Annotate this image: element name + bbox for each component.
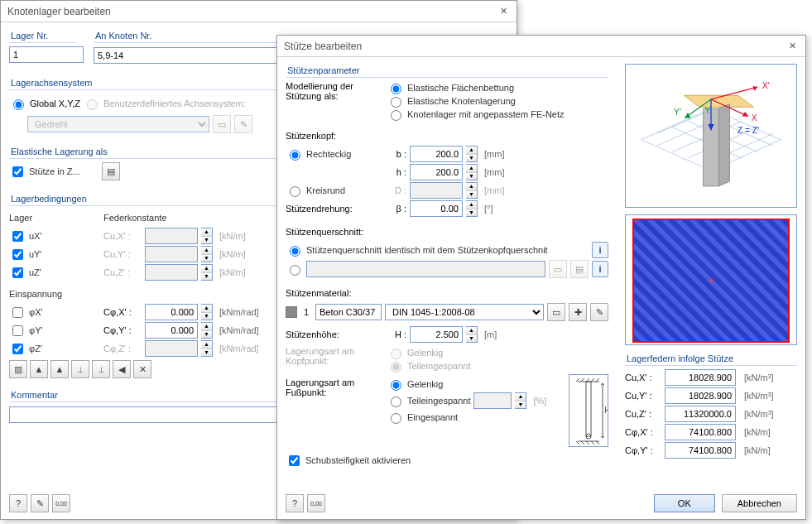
svg-line-5 bbox=[596, 378, 599, 382]
preview-3d: X' X Y' Z = Z' Y bbox=[625, 64, 797, 208]
svg-text:Y': Y' bbox=[674, 108, 681, 117]
check-ux[interactable]: uX' bbox=[9, 228, 100, 244]
support-type-3-icon[interactable]: ▲ bbox=[50, 360, 69, 378]
titlebar[interactable]: Knotenlager bearbeiten ✕ bbox=[1, 1, 517, 22]
label-h: h : bbox=[387, 167, 406, 177]
radio-rechteckig[interactable]: Rechteckig bbox=[286, 147, 383, 161]
label-cphiz: Cφ,Z' : bbox=[103, 344, 142, 353]
section-lager-nr: Lager Nr. bbox=[9, 29, 77, 43]
h-input[interactable] bbox=[410, 164, 463, 180]
cphiy-input[interactable] bbox=[145, 322, 198, 339]
support-type-6-icon[interactable]: ◀ bbox=[113, 360, 131, 378]
mat-edit-icon[interactable]: ✎ bbox=[590, 303, 608, 321]
info-icon-2[interactable]: i bbox=[592, 261, 608, 277]
radio-q-identisch[interactable]: Stützenquerschnitt identisch mit dem Stü… bbox=[286, 243, 548, 257]
H-input[interactable] bbox=[410, 326, 463, 343]
cphix-input[interactable] bbox=[145, 304, 198, 320]
support-type-4-icon[interactable]: ⟂ bbox=[71, 360, 89, 378]
svg-text:Z = Z': Z = Z' bbox=[738, 126, 759, 135]
support-type-5-icon[interactable]: ⟂ bbox=[92, 360, 110, 378]
radio-kopf-gelenkig: Gelenkig bbox=[387, 346, 470, 359]
sp-cuy-value bbox=[665, 387, 736, 404]
section-stuetzenparameter: Stützenparameter bbox=[286, 64, 608, 78]
cuy-input bbox=[145, 246, 198, 262]
lager-nr-input[interactable] bbox=[9, 46, 84, 63]
userdef-browse-icon: ▭ bbox=[213, 115, 231, 133]
check-uy[interactable]: uY' bbox=[9, 247, 100, 262]
radio-userdef-input bbox=[87, 99, 98, 110]
svg-text:H: H bbox=[604, 405, 608, 415]
ok-button-2[interactable]: OK bbox=[654, 494, 715, 512]
D-input bbox=[410, 182, 463, 199]
svg-line-11 bbox=[586, 441, 589, 445]
cancel-button-2[interactable]: Abbrechen bbox=[722, 494, 797, 512]
beta-input[interactable] bbox=[410, 200, 463, 217]
check-uz[interactable]: uZ' bbox=[9, 265, 100, 281]
radio-fuss-teil[interactable]: Teileingespannt bbox=[387, 394, 470, 407]
help-icon[interactable]: ? bbox=[9, 494, 27, 512]
label-beta: β : bbox=[387, 204, 406, 214]
material-color-swatch bbox=[286, 306, 297, 318]
teil-percent-input bbox=[473, 392, 512, 409]
check-schub[interactable]: Schubsteifigkeit aktivieren bbox=[286, 453, 411, 469]
radio-kopf-teil: Teileingespannt bbox=[387, 359, 470, 373]
radio-userdef: Benutzerdefiniertes Achsensystem: bbox=[83, 95, 246, 112]
label-hoehe: Stützenhöhe: bbox=[286, 329, 383, 339]
svg-text:Y: Y bbox=[705, 106, 711, 115]
mat-lib-icon[interactable]: ▭ bbox=[547, 303, 565, 321]
close-icon[interactable]: ✕ bbox=[497, 5, 510, 18]
material-norm-select[interactable]: DIN 1045-1:2008-08 bbox=[385, 304, 544, 320]
stuetze-edit-icon[interactable]: ▤ bbox=[102, 162, 120, 180]
radio-fe-netz[interactable]: Knotenlager mit angepasstem FE-Netz bbox=[387, 108, 565, 121]
check-stuetze-z-input[interactable] bbox=[12, 166, 23, 177]
b-input[interactable] bbox=[410, 146, 463, 162]
preview-cross-section bbox=[625, 214, 797, 345]
check-phix[interactable]: φX' bbox=[9, 305, 100, 320]
close-icon-2[interactable]: ✕ bbox=[786, 40, 799, 53]
label-cphix: Cφ,X' : bbox=[103, 307, 142, 317]
units-icon-2[interactable]: 0,00 bbox=[307, 494, 325, 512]
material-name: Beton C30/37 bbox=[315, 304, 382, 320]
radio-kreisrund[interactable]: Kreisrund bbox=[286, 184, 383, 197]
label-D: D : bbox=[387, 185, 406, 195]
radio-flaechenbettung[interactable]: Elastische Flächenbettung bbox=[387, 81, 565, 94]
label-einspannung: Einspannung bbox=[9, 289, 62, 299]
label-cuy: Cu,Y' : bbox=[103, 249, 142, 259]
radio-knotenlagerung[interactable]: Elastische Knotenlagerung bbox=[387, 94, 565, 108]
titlebar-2[interactable]: Stütze bearbeiten ✕ bbox=[277, 36, 805, 57]
radio-fuss-gelenkig[interactable]: Gelenkig bbox=[387, 377, 546, 391]
help-icon-2[interactable]: ? bbox=[286, 494, 304, 512]
sp-cphix-label: Cφ,X' : bbox=[625, 427, 660, 437]
svg-line-1 bbox=[576, 378, 579, 382]
svg-marker-28 bbox=[685, 113, 690, 118]
svg-rect-6 bbox=[586, 382, 591, 436]
label-cux: Cu,X' : bbox=[103, 231, 142, 241]
radio-global-xyz[interactable]: Global X,Y,Z bbox=[9, 95, 80, 112]
units-icon[interactable]: 0,00 bbox=[52, 494, 70, 512]
check-phiz[interactable]: φZ' bbox=[9, 341, 100, 357]
sp-cphix-value bbox=[665, 424, 736, 440]
mat-new-icon[interactable]: ✚ bbox=[569, 303, 587, 321]
check-phiy[interactable]: φY' bbox=[9, 323, 100, 339]
radio-global-xyz-input[interactable] bbox=[13, 99, 24, 110]
cuz-input bbox=[145, 264, 198, 281]
svg-line-9 bbox=[576, 441, 579, 445]
info-icon-1[interactable]: i bbox=[592, 242, 608, 258]
svg-line-13 bbox=[596, 441, 599, 445]
label-modellierung: Modellierung der Stützung als: bbox=[286, 81, 383, 101]
support-type-2-icon[interactable]: ▲ bbox=[30, 360, 48, 378]
support-type-7-icon[interactable]: ✕ bbox=[133, 360, 151, 378]
cphiz-input bbox=[145, 340, 198, 357]
radio-fuss-eingespannt[interactable]: Eingespannt bbox=[387, 411, 546, 424]
note-icon[interactable]: ✎ bbox=[31, 494, 49, 512]
q-browse-icon: ▤ bbox=[570, 260, 589, 278]
radio-q-custom[interactable] bbox=[286, 262, 303, 276]
check-stuetze-z[interactable]: Stütze in Z... bbox=[9, 164, 80, 180]
column-edit-dialog: Stütze bearbeiten ✕ Stützenparameter Mod… bbox=[276, 35, 806, 520]
sp-cuy-label: Cu,Y' : bbox=[625, 391, 660, 401]
label-federkonst: Federkonstante bbox=[103, 213, 166, 223]
material-number: 1 bbox=[300, 307, 312, 317]
svg-line-2 bbox=[581, 378, 584, 382]
support-type-1-icon[interactable]: ▥ bbox=[9, 360, 27, 378]
svg-line-3 bbox=[586, 378, 589, 382]
